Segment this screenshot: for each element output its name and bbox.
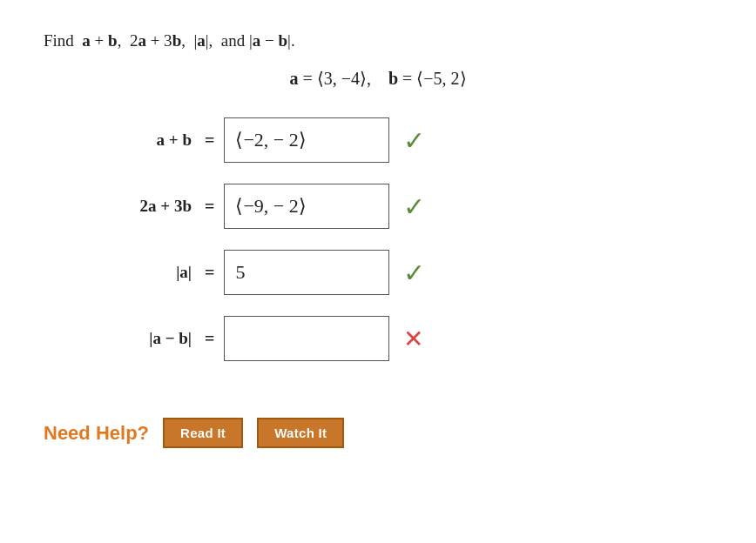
cross-icon-4: ✕ bbox=[403, 325, 423, 353]
check-icon-1: ✓ bbox=[403, 125, 425, 156]
eq4-value bbox=[235, 327, 240, 350]
equations-area: a + b = ⟨−2, − 2⟩ ✓ 2a + 3b = ⟨−9, − 2⟩ … bbox=[61, 113, 712, 378]
eq1-value: ⟨−2, − 2⟩ bbox=[235, 129, 306, 151]
main-card: Find a + b, 2a + 3b, |a|, and |a − b|. a… bbox=[0, 0, 756, 543]
eq1-equals: = bbox=[200, 131, 219, 151]
eq1-label: a + b bbox=[61, 131, 200, 150]
eq2-equals: = bbox=[200, 197, 219, 217]
eq3-value: 5 bbox=[235, 261, 245, 284]
problem-statement: Find a + b, 2a + 3b, |a|, and |a − b|. bbox=[44, 31, 712, 50]
equation-row-2: 2a + 3b = ⟨−9, − 2⟩ ✓ bbox=[61, 179, 712, 233]
eq2-label: 2a + 3b bbox=[61, 197, 200, 216]
equation-row-3: |a| = 5 ✓ bbox=[61, 245, 712, 299]
read-it-button[interactable]: Read It bbox=[163, 418, 243, 448]
eq3-input[interactable]: 5 bbox=[224, 250, 389, 295]
check-icon-2: ✓ bbox=[403, 191, 425, 222]
eq3-status: ✓ bbox=[403, 258, 425, 288]
check-icon-3: ✓ bbox=[403, 258, 425, 288]
eq4-equals: = bbox=[200, 329, 219, 349]
eq1-input[interactable]: ⟨−2, − 2⟩ bbox=[224, 117, 389, 163]
eq2-status: ✓ bbox=[403, 191, 425, 222]
need-help-label: Need Help? bbox=[44, 422, 149, 445]
help-row: Need Help? Read It Watch It bbox=[44, 418, 712, 448]
eq4-input[interactable] bbox=[224, 316, 389, 361]
equation-row-4: |a − b| = ✕ bbox=[61, 312, 712, 365]
eq4-status: ✕ bbox=[403, 325, 423, 353]
eq1-status: ✓ bbox=[403, 125, 425, 156]
eq4-label: |a − b| bbox=[61, 329, 200, 348]
eq2-input[interactable]: ⟨−9, − 2⟩ bbox=[224, 184, 389, 229]
watch-it-button[interactable]: Watch It bbox=[257, 418, 344, 448]
vector-line: a = ⟨3, −4⟩, b = ⟨−5, 2⟩ bbox=[44, 68, 712, 89]
eq3-label: |a| bbox=[61, 263, 200, 282]
eq3-equals: = bbox=[200, 263, 219, 283]
eq2-value: ⟨−9, − 2⟩ bbox=[235, 195, 306, 218]
equation-row-1: a + b = ⟨−2, − 2⟩ ✓ bbox=[61, 113, 712, 167]
